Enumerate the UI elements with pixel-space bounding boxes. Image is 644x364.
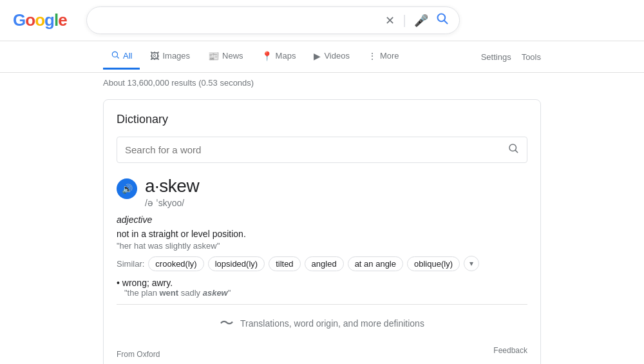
dictionary-card: Dictionary 🔊 a·skew /ə ˈskyoo/ adjective… (103, 99, 541, 364)
bullet-def-example-1: "the plan went sadly askew" (124, 288, 527, 298)
audio-button[interactable]: 🔊 (117, 178, 137, 199)
similar-label: Similar: (117, 259, 144, 269)
translations-bar[interactable]: 〜 Translations, word origin, and more de… (117, 304, 527, 342)
tab-videos[interactable]: ▶ Videos (306, 44, 357, 70)
dictionary-title: Dictionary (117, 113, 527, 126)
search-icons: ✕ | 🎤 (385, 12, 448, 28)
clear-icon[interactable]: ✕ (385, 14, 395, 28)
similar-chip-5[interactable]: oblique(ly) (407, 256, 460, 271)
bullet-definition-1: wrong; awry. "the plan went sadly askew" (117, 278, 527, 298)
tab-images[interactable]: 🖼 Images (142, 44, 198, 70)
search-submit-icon[interactable] (436, 12, 449, 28)
bullet-def-text-1: wrong; awry. (117, 278, 527, 288)
from-oxford: From Oxford (117, 350, 160, 359)
word-details: a·skew /ə ˈskyoo/ (145, 176, 199, 208)
tab-news[interactable]: 📰 News (200, 44, 251, 70)
part-of-speech: adjective (117, 215, 527, 225)
svg-line-5 (515, 150, 517, 152)
definition-example-1: "her hat was slightly askew" (117, 241, 527, 251)
mic-icon[interactable]: 🎤 (414, 14, 428, 28)
header: Google askew ✕ | 🎤 (0, 0, 644, 41)
search-bar: askew ✕ | 🎤 (86, 6, 460, 34)
word-phonetic: /ə ˈskyoo/ (145, 198, 199, 208)
tools-link[interactable]: Tools (522, 52, 541, 62)
similar-chip-2[interactable]: tilted (269, 256, 300, 271)
main-content: Dictionary 🔊 a·skew /ə ˈskyoo/ adjective… (0, 93, 644, 364)
results-info: About 13,600,000 results (0.53 seconds) (0, 73, 644, 93)
tab-images-label: Images (162, 51, 190, 61)
word-title: a·skew (145, 176, 199, 196)
more-icon: ⋮ (368, 51, 377, 61)
svg-line-1 (444, 21, 448, 24)
dictionary-footer: From Oxford Feedback (117, 346, 527, 359)
definition-text-1: not in a straight or level position. (117, 229, 527, 239)
similar-chip-3[interactable]: angled (305, 256, 344, 271)
dictionary-search-input[interactable] (125, 144, 507, 155)
tab-all[interactable]: All (103, 44, 140, 70)
tab-all-label: All (123, 51, 132, 61)
svg-line-3 (117, 57, 119, 59)
expand-similar-button[interactable]: ▾ (464, 256, 479, 271)
dictionary-search[interactable] (117, 137, 527, 163)
maps-icon: 📍 (261, 51, 272, 61)
similar-chip-0[interactable]: crooked(ly) (148, 256, 204, 271)
images-icon: 🖼 (150, 51, 159, 61)
dictionary-search-button[interactable] (507, 142, 519, 157)
feedback-link[interactable]: Feedback (493, 346, 527, 359)
nav-tabs: All 🖼 Images 📰 News 📍 Maps ▶ Videos ⋮ Mo… (0, 41, 644, 73)
tab-news-label: News (222, 51, 243, 61)
similar-chip-1[interactable]: lopsided(ly) (208, 256, 265, 271)
word-entry: 🔊 a·skew /ə ˈskyoo/ (117, 176, 527, 208)
translations-text: Translations, word origin, and more defi… (240, 318, 424, 329)
nav-settings: Settings Tools (481, 52, 541, 62)
definition-1: not in a straight or level position. "he… (117, 229, 527, 271)
search-input[interactable]: askew (97, 15, 379, 26)
all-icon (111, 50, 120, 61)
audio-icon: 🔊 (122, 184, 133, 194)
tab-maps-label: Maps (276, 51, 296, 61)
tab-more-label: More (380, 51, 399, 61)
similar-row: Similar: crooked(ly) lopsided(ly) tilted… (117, 256, 527, 271)
news-icon: 📰 (208, 51, 219, 61)
videos-icon: ▶ (314, 51, 321, 61)
google-logo: Google (13, 10, 67, 30)
tab-maps[interactable]: 📍 Maps (254, 44, 304, 70)
similar-chip-4[interactable]: at an angle (348, 256, 403, 271)
settings-link[interactable]: Settings (481, 52, 511, 62)
tab-more[interactable]: ⋮ More (360, 44, 407, 70)
tab-videos-label: Videos (324, 51, 350, 61)
